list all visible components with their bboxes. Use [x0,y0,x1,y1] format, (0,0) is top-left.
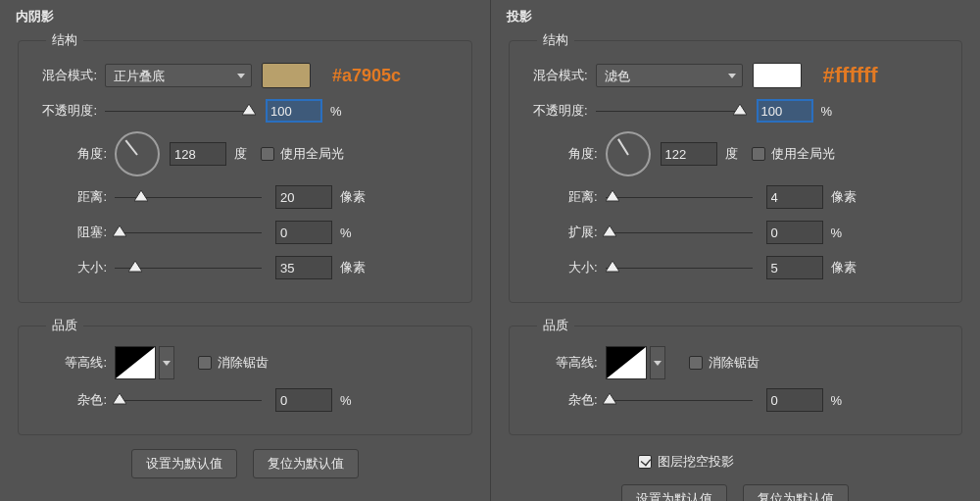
antialias-label: 消除锯齿 [218,354,269,372]
angle-input[interactable] [170,142,226,166]
panel-title: 内阴影 [16,8,480,25]
opacity-input[interactable] [266,99,322,123]
structure-legend: 结构 [537,31,574,49]
size-unit: 像素 [340,259,366,276]
global-light-checkbox[interactable]: 使用全局光 [261,145,344,163]
global-light-label: 使用全局光 [280,145,344,163]
choke-unit: % [340,225,352,240]
quality-legend: 品质 [46,317,83,334]
noise-input[interactable] [275,388,332,412]
noise-slider[interactable] [115,391,262,409]
global-light-label: 使用全局光 [771,145,835,163]
angle-unit: 度 [234,145,247,163]
distance-input[interactable] [275,185,332,209]
noise-label: 杂色: [541,391,598,409]
spread-unit: % [831,225,843,240]
spread-slider[interactable] [606,224,753,241]
angle-dial[interactable] [115,131,160,176]
contour-label: 等高线: [541,354,598,372]
distance-slider[interactable] [606,188,753,206]
size-label: 大小: [50,259,107,276]
choke-slider[interactable] [115,224,262,241]
color-swatch[interactable] [753,63,802,88]
size-unit: 像素 [831,259,857,276]
hex-annotation: #ffffff [823,63,878,88]
opacity-input[interactable] [757,99,813,123]
reset-default-button[interactable]: 复位为默认值 [253,449,359,478]
layer-knockout-checkbox[interactable]: 图层挖空投影 [638,453,734,471]
size-input[interactable] [275,256,332,279]
panel-title: 投影 [507,8,971,25]
opacity-label: 不透明度: [523,102,588,120]
make-default-button[interactable]: 设置为默认值 [621,484,727,501]
antialias-chk-input[interactable] [689,356,703,370]
choke-label: 阻塞: [50,224,107,241]
spread-label: 扩展: [541,224,598,241]
global-light-chk-input[interactable] [261,147,274,161]
contour-preview[interactable] [115,346,156,379]
size-slider[interactable] [115,259,262,276]
antialias-label: 消除锯齿 [709,354,760,372]
size-label: 大小: [541,259,598,276]
contour-label: 等高线: [50,354,107,372]
noise-label: 杂色: [50,391,107,409]
choke-input[interactable] [275,221,332,244]
blend-mode-label: 混合模式: [32,67,97,84]
quality-legend: 品质 [537,317,574,334]
distance-slider[interactable] [115,188,262,206]
hex-annotation: #a7905c [332,66,401,86]
angle-dial[interactable] [606,131,651,176]
structure-group: 结构 混合模式: 滤色 #ffffff 不透明度: % 角度: [509,31,963,303]
blend-mode-label: 混合模式: [523,67,588,84]
quality-group: 品质 等高线: 消除锯齿 杂色: % [18,317,472,435]
opacity-unit: % [330,104,342,119]
size-input[interactable] [766,256,823,279]
opacity-slider[interactable] [105,102,252,120]
distance-label: 距离: [50,188,107,206]
quality-group: 品质 等高线: 消除锯齿 杂色: % [509,317,963,435]
distance-unit: 像素 [831,188,857,206]
color-swatch[interactable] [262,63,311,88]
antialias-chk-input[interactable] [198,356,212,370]
angle-unit: 度 [725,145,738,163]
contour-preview[interactable] [606,346,647,379]
spread-input[interactable] [766,221,823,244]
global-light-chk-input[interactable] [752,147,765,161]
size-slider[interactable] [606,259,753,276]
distance-label: 距离: [541,188,598,206]
layer-knockout-chk-input[interactable] [638,455,652,469]
contour-dropdown[interactable] [159,346,174,379]
structure-group: 结构 混合模式: 正片叠底 #a7905c 不透明度: % 角度 [18,31,472,303]
layer-knockout-label: 图层挖空投影 [658,453,734,471]
opacity-unit: % [821,104,833,119]
blend-mode-select[interactable]: 滤色 [596,64,743,87]
opacity-slider[interactable] [596,102,743,120]
reset-default-button[interactable]: 复位为默认值 [743,484,849,501]
inner-shadow-panel: 内阴影 结构 混合模式: 正片叠底 #a7905c 不透明度: % [0,0,490,501]
antialias-checkbox[interactable]: 消除锯齿 [198,354,269,372]
angle-input[interactable] [661,142,717,166]
global-light-checkbox[interactable]: 使用全局光 [752,145,835,163]
make-default-button[interactable]: 设置为默认值 [131,449,237,478]
antialias-checkbox[interactable]: 消除锯齿 [689,354,760,372]
structure-legend: 结构 [46,31,83,49]
noise-unit: % [831,393,843,408]
distance-input[interactable] [766,185,823,209]
noise-unit: % [340,393,352,408]
distance-unit: 像素 [340,188,366,206]
angle-label: 角度: [50,145,107,163]
noise-slider[interactable] [606,391,753,409]
noise-input[interactable] [766,388,823,412]
blend-mode-select[interactable]: 正片叠底 [105,64,252,87]
contour-dropdown[interactable] [650,346,665,379]
opacity-label: 不透明度: [32,102,97,120]
drop-shadow-panel: 投影 结构 混合模式: 滤色 #ffffff 不透明度: % [490,0,981,501]
angle-label: 角度: [541,145,598,163]
